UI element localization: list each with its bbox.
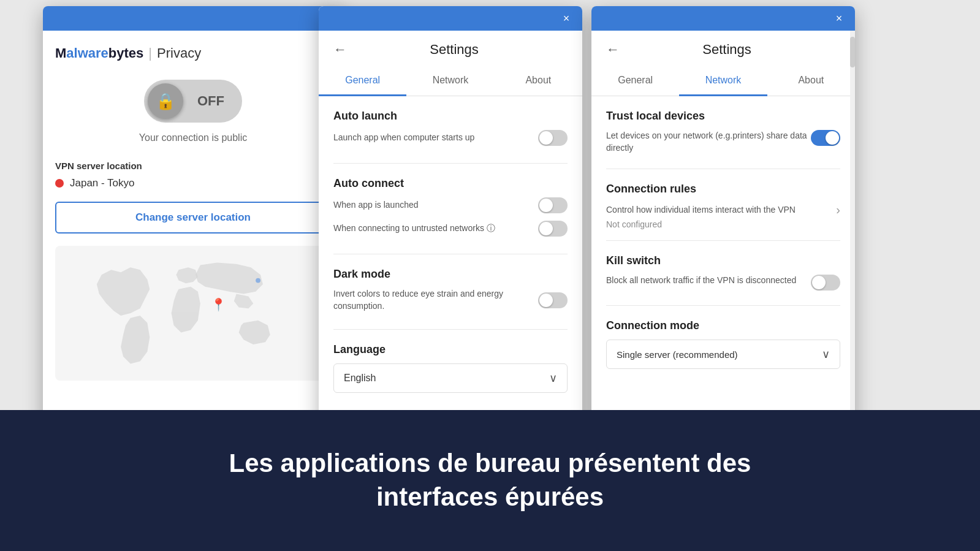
- language-value: English: [344, 373, 376, 384]
- trust-local-title: Trust local devices: [606, 110, 840, 123]
- connection-status: Your connection is public: [139, 132, 247, 143]
- auto-launch-toggle[interactable]: [538, 130, 568, 146]
- win3-titlebar: ×: [591, 6, 855, 31]
- win3-tab-network[interactable]: Network: [679, 66, 767, 96]
- connection-rules-section: Connection rules Control how individual …: [606, 169, 840, 241]
- trust-local-toggle[interactable]: [811, 130, 840, 146]
- settings-header: ← Settings: [319, 31, 582, 60]
- trust-local-row: Let devices on your network (e.g.printer…: [606, 130, 840, 154]
- win2-close-button[interactable]: ×: [558, 10, 575, 27]
- dark-mode-desc: Invert colors to reduce eye strain and e…: [333, 288, 538, 312]
- world-map: 📍: [55, 246, 331, 381]
- kill-switch-section: Kill switch Block all network traffic if…: [606, 241, 840, 306]
- tab-network[interactable]: Network: [406, 66, 494, 96]
- trust-local-section: Trust local devices Let devices on your …: [606, 96, 840, 169]
- change-server-button[interactable]: Change server location: [55, 202, 331, 234]
- connection-rules-row: Control how individual items interact wi…: [606, 203, 840, 217]
- vpn-toggle[interactable]: 🔒 OFF: [144, 80, 242, 123]
- server-location: Japan - Tokyo: [55, 177, 331, 189]
- mb-logo: Malwarebytes|Privacy: [55, 45, 201, 61]
- server-status-dot: [55, 179, 64, 188]
- back-button[interactable]: ←: [331, 39, 349, 60]
- lock-icon: 🔒: [156, 92, 175, 111]
- settings-title: Settings: [357, 42, 570, 58]
- win3-tab-about[interactable]: About: [767, 66, 855, 96]
- auto-launch-desc: Launch app when computer starts up: [333, 132, 538, 144]
- auto-connect-launched-toggle[interactable]: [538, 197, 568, 213]
- mb-header: Malwarebytes|Privacy ⚙: [55, 45, 331, 61]
- server-section-label: VPN server location: [55, 161, 331, 171]
- win3-settings-tabs: General Network About: [591, 66, 855, 96]
- connection-mode-select[interactable]: Single server (recommended) ∨: [606, 340, 840, 369]
- auto-launch-section: Auto launch Launch app when computer sta…: [333, 96, 568, 164]
- win3-back-button[interactable]: ←: [604, 39, 622, 60]
- auto-launch-row: Launch app when computer starts up: [333, 130, 568, 146]
- connection-mode-title: Connection mode: [606, 319, 840, 332]
- banner-text: Les applications de bureau présentent de…: [229, 447, 751, 514]
- auto-connect-row-2: When connecting to untrusted networks ⓘ: [333, 221, 568, 237]
- kill-switch-title: Kill switch: [606, 254, 840, 267]
- language-title: Language: [333, 343, 568, 356]
- win3-scrollbar-thumb[interactable]: [850, 37, 855, 67]
- svg-point-0: [256, 278, 260, 283]
- language-chevron-icon: ∨: [549, 371, 557, 385]
- dark-mode-section: Dark mode Invert colors to reduce eye st…: [333, 254, 568, 330]
- auto-connect-launched-desc: When app is launched: [333, 199, 538, 211]
- auto-connect-title: Auto connect: [333, 177, 568, 190]
- win3-settings-title: Settings: [629, 42, 843, 58]
- server-section: VPN server location Japan - Tokyo: [55, 161, 331, 189]
- settings-tabs: General Network About: [319, 66, 582, 96]
- auto-connect-section: Auto connect When app is launched When c…: [333, 164, 568, 254]
- vpn-status-label: OFF: [183, 93, 238, 109]
- auto-connect-row-1: When app is launched: [333, 197, 568, 213]
- connection-mode-chevron-icon: ∨: [822, 348, 830, 361]
- language-section: Language English ∨: [333, 330, 568, 404]
- world-map-svg: [55, 246, 331, 381]
- kill-switch-row: Block all network traffic if the VPN is …: [606, 275, 840, 291]
- kill-switch-toggle[interactable]: [811, 275, 840, 291]
- server-location-text: Japan - Tokyo: [70, 177, 135, 189]
- connection-mode-section: Connection mode Single server (recommend…: [606, 306, 840, 380]
- bottom-banner: Les applications de bureau présentent de…: [0, 410, 980, 551]
- win3-close-button[interactable]: ×: [830, 10, 848, 27]
- vpn-knob: 🔒: [148, 83, 183, 119]
- auto-connect-untrusted-toggle[interactable]: [538, 221, 568, 237]
- win3-settings-header: ← Settings: [591, 31, 855, 60]
- dark-mode-row: Invert colors to reduce eye strain and e…: [333, 288, 568, 312]
- kill-switch-desc: Block all network traffic if the VPN is …: [606, 275, 811, 287]
- win3-tab-general[interactable]: General: [591, 66, 679, 96]
- win2-titlebar: ×: [319, 6, 582, 31]
- win1-titlebar: ×: [43, 6, 343, 31]
- auto-connect-untrusted-desc: When connecting to untrusted networks ⓘ: [333, 222, 538, 235]
- connection-rules-desc: Control how individual items interact wi…: [606, 204, 836, 216]
- connection-mode-value: Single server (recommended): [617, 349, 738, 360]
- trust-local-desc: Let devices on your network (e.g.printer…: [606, 130, 811, 154]
- tab-about[interactable]: About: [495, 66, 582, 96]
- language-select[interactable]: English ∨: [333, 363, 568, 393]
- map-pin: 📍: [211, 297, 226, 312]
- dark-mode-toggle[interactable]: [538, 292, 568, 308]
- dark-mode-title: Dark mode: [333, 268, 568, 281]
- connection-rules-title: Connection rules: [606, 183, 840, 196]
- connection-rules-status: Not configured: [606, 219, 840, 229]
- connection-rules-chevron-icon[interactable]: ›: [836, 203, 840, 217]
- tab-general[interactable]: General: [319, 66, 406, 96]
- auto-launch-title: Auto launch: [333, 110, 568, 123]
